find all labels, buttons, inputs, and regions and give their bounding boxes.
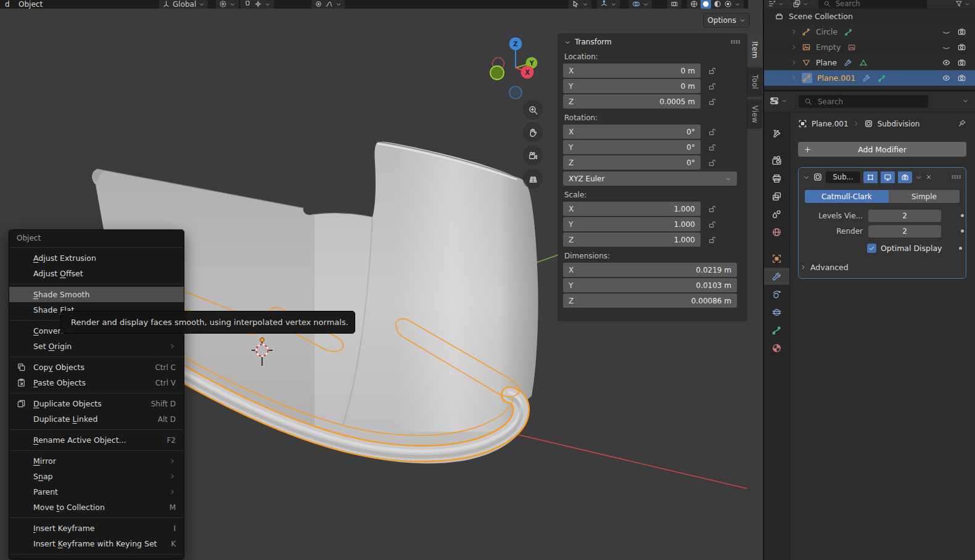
value-field[interactable]: Z1.000 xyxy=(563,233,701,247)
navigation-gizmo[interactable]: Y X Z xyxy=(488,36,545,102)
disable-render-toggle[interactable] xyxy=(957,73,966,83)
disclosure-chevron[interactable] xyxy=(791,28,797,35)
properties-tab-output[interactable] xyxy=(764,170,789,187)
transform-orientation-dropdown[interactable]: Global xyxy=(159,0,208,9)
menu-item-copy-objects[interactable]: Copy ObjectsCtrl C xyxy=(9,360,184,375)
value-field[interactable]: Y1.000 xyxy=(563,217,701,231)
show-viewport-toggle[interactable] xyxy=(942,58,951,67)
value-field[interactable]: X1.000 xyxy=(563,202,701,216)
value-field[interactable]: X0.0219 m xyxy=(563,263,737,277)
menu-item-paste-objects[interactable]: Paste ObjectsCtrl V xyxy=(9,375,184,390)
disable-render-toggle[interactable] xyxy=(957,27,966,36)
menu-item-duplicate-objects[interactable]: Duplicate ObjectsShift D xyxy=(9,396,184,411)
catmull-clark-button[interactable]: Catmull-Clark xyxy=(805,190,889,203)
outliner-row-empty[interactable]: Empty xyxy=(764,39,975,55)
disclosure-chevron[interactable] xyxy=(791,59,797,66)
properties-tab-object[interactable] xyxy=(764,250,789,267)
outliner-search[interactable] xyxy=(818,0,927,9)
panel-drag-dots-icon[interactable] xyxy=(731,39,741,44)
value-field[interactable]: Z0.00086 m xyxy=(563,294,737,308)
editmode-display-toggle[interactable] xyxy=(863,171,878,183)
disclosure-chevron[interactable] xyxy=(791,75,797,81)
zoom-button[interactable] xyxy=(523,100,543,120)
properties-tab-render[interactable] xyxy=(764,152,789,169)
perspective-toggle-button[interactable] xyxy=(523,169,543,189)
object-name[interactable]: Plane xyxy=(816,58,837,67)
properties-tab-scene[interactable] xyxy=(764,205,789,223)
outliner-row-plane[interactable]: Plane xyxy=(764,55,975,70)
lock-toggle[interactable] xyxy=(708,143,716,151)
object-name[interactable]: Plane.001 xyxy=(817,73,855,83)
lock-toggle[interactable] xyxy=(708,220,716,228)
properties-tab-view-layer[interactable] xyxy=(764,187,789,205)
disable-render-toggle[interactable] xyxy=(957,58,966,67)
menu-item-parent[interactable]: Parent xyxy=(9,484,184,500)
show-gizmo-dropdown[interactable] xyxy=(597,0,620,9)
modifier-extras-dropdown[interactable] xyxy=(915,174,922,181)
value-field[interactable]: Z0° xyxy=(563,155,701,170)
chevron-down-icon[interactable] xyxy=(803,174,810,181)
show-overlays-dropdown[interactable] xyxy=(629,0,652,9)
material-shading-icon[interactable] xyxy=(714,0,722,8)
lock-toggle[interactable] xyxy=(708,205,716,213)
wireframe-shading-icon[interactable] xyxy=(690,0,698,8)
editor-divider[interactable] xyxy=(764,90,975,91)
value-field[interactable]: Y0.0103 m xyxy=(563,278,737,292)
properties-tab-material[interactable] xyxy=(764,339,789,356)
lock-toggle[interactable] xyxy=(708,159,716,167)
rotation-mode-dropdown[interactable]: XYZ Euler xyxy=(563,171,737,186)
properties-options-dropdown[interactable] xyxy=(962,97,969,104)
value-field[interactable]: Y0° xyxy=(563,140,701,154)
sidebar-tab-view[interactable]: View xyxy=(747,99,762,129)
pivot-point-dropdown[interactable] xyxy=(216,0,239,9)
properties-search[interactable] xyxy=(799,95,928,108)
menu-item-rename-active-object[interactable]: Rename Active Object...F2 xyxy=(9,432,184,448)
realtime-display-toggle[interactable] xyxy=(881,171,895,183)
disclosure-chevron[interactable] xyxy=(791,44,797,51)
proportional-editing-controls[interactable] xyxy=(311,0,345,9)
outliner-display-mode-dropdown[interactable] xyxy=(768,0,784,9)
camera-view-button[interactable] xyxy=(523,146,543,165)
properties-tab-tool[interactable] xyxy=(764,125,789,142)
breadcrumb-object[interactable]: Plane.001 xyxy=(812,120,849,128)
value-field[interactable]: Y0 m xyxy=(563,79,701,93)
editor-type-dropdown[interactable] xyxy=(769,96,787,106)
menu-item-set-origin[interactable]: Set Origin xyxy=(9,339,184,354)
value-field[interactable]: X0 m xyxy=(563,64,701,78)
options-button[interactable]: Options xyxy=(703,13,750,28)
xray-toggle[interactable] xyxy=(667,0,681,9)
optimal-display-checkbox[interactable] xyxy=(867,244,876,253)
snap-controls[interactable] xyxy=(241,0,274,9)
lock-toggle[interactable] xyxy=(708,67,716,75)
modifier-drag-dots-icon[interactable] xyxy=(952,175,961,179)
animate-dot[interactable] xyxy=(961,229,964,233)
animate-dot[interactable] xyxy=(961,214,964,217)
lock-toggle[interactable] xyxy=(708,97,716,105)
menu-item-mirror[interactable]: Mirror xyxy=(9,453,184,469)
properties-tab-constraints[interactable] xyxy=(764,303,789,321)
show-viewport-toggle[interactable] xyxy=(942,73,951,83)
animate-dot[interactable] xyxy=(959,247,962,250)
hide-viewport-toggle[interactable] xyxy=(942,27,951,36)
close-icon[interactable] xyxy=(925,173,932,181)
menu-item-insert-keyframe[interactable]: Insert KeyframeI xyxy=(9,521,184,536)
properties-tab-object-data[interactable] xyxy=(764,321,789,339)
add-modifier-button[interactable]: Add Modifier xyxy=(798,142,966,157)
outliner-search-input[interactable] xyxy=(834,0,905,9)
solid-shading-icon[interactable] xyxy=(701,0,711,9)
modifier-field-value[interactable]: 2 xyxy=(868,225,941,237)
hide-viewport-toggle[interactable] xyxy=(942,43,951,52)
lock-toggle[interactable] xyxy=(708,82,716,90)
rendered-shading-icon[interactable] xyxy=(724,0,732,8)
modifier-field-value[interactable]: 2 xyxy=(868,210,941,222)
menu-item-duplicate-linked[interactable]: Duplicate LinkedAlt D xyxy=(9,411,184,427)
simple-button[interactable]: Simple xyxy=(889,190,960,203)
shading-mode-group[interactable] xyxy=(687,0,744,9)
properties-tab-modifiers[interactable] xyxy=(764,268,789,285)
menu-item-snap[interactable]: Snap xyxy=(9,469,184,484)
advanced-section-toggle[interactable]: Advanced xyxy=(800,263,966,272)
properties-tab-physics[interactable] xyxy=(764,286,789,303)
breadcrumb-item[interactable]: Subdivision xyxy=(878,120,920,128)
pan-button[interactable] xyxy=(523,122,543,142)
properties-search-input[interactable] xyxy=(817,97,911,107)
